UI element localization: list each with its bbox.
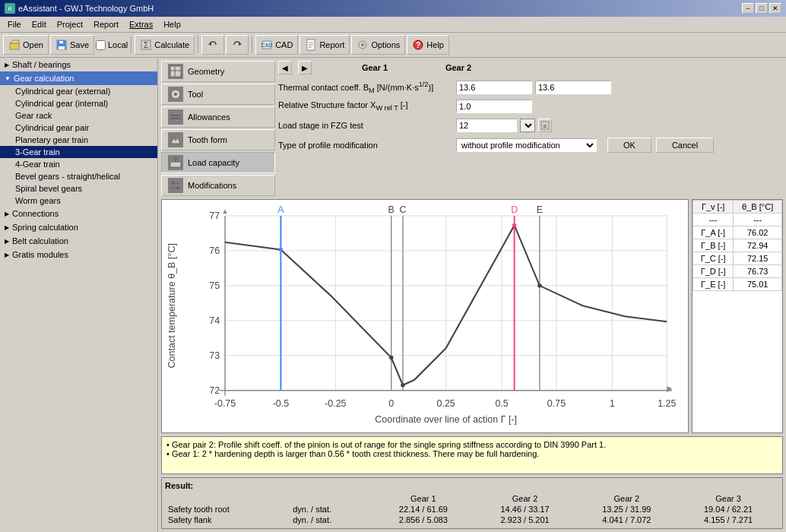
load-stage-dropdown[interactable] [520, 119, 535, 132]
open-icon [8, 39, 21, 51]
thermal-row: Thermal contact coeff. BM [N/(mm·K·s1/2)… [278, 81, 783, 94]
content-area: Geometry Tool Allowances [158, 58, 786, 532]
results-row0-g3: 19.04 / 62.21 [677, 504, 779, 515]
chart-container: 72 73 74 75 76 77 -0.75 -0.5 -0.25 0 [161, 199, 689, 433]
load-capacity-icon [168, 155, 183, 170]
undo-button[interactable] [201, 35, 224, 55]
sidebar-item-3-gear-train[interactable]: 3-Gear train [0, 146, 157, 158]
allowances-button[interactable]: Allowances [161, 106, 275, 128]
prev-button[interactable]: ◀ [278, 61, 292, 74]
menu-file[interactable]: File [3, 18, 26, 30]
next-button[interactable]: ▶ [298, 61, 312, 74]
svg-point-85 [537, 283, 542, 288]
sidebar-item-shaft-bearings[interactable]: ▶ Shaft / bearings [0, 58, 157, 71]
maximize-button[interactable]: □ [756, 3, 768, 14]
results-row1-g3: 4.155 / 7.271 [677, 515, 779, 525]
report-icon [305, 39, 317, 51]
tool-button[interactable]: Tool [161, 84, 275, 105]
sidebar-item-cylindrical-pair[interactable]: Cylindrical gear pair [0, 122, 157, 134]
arrow-icon: ▶ [5, 62, 9, 68]
report-button[interactable]: Report [300, 35, 350, 55]
profile-mod-row: Type of profile modification without pro… [278, 138, 783, 153]
results-row0-label: Safety tooth root [165, 504, 290, 515]
sidebar-item-cylindrical-internal[interactable]: Cylindrical gear (internal) [0, 97, 157, 109]
svg-text:76: 76 [209, 245, 220, 256]
legend-row-1: Γ_A [-] 76.02 [693, 226, 782, 239]
calculate-button[interactable]: Σ Calculate [135, 35, 195, 55]
cancel-button[interactable]: Cancel [656, 138, 714, 153]
minimize-button[interactable]: − [742, 3, 754, 14]
svg-text:1.25: 1.25 [658, 398, 676, 409]
sidebar-item-spiral-bevel[interactable]: Spiral bevel gears [0, 182, 157, 195]
sidebar-item-gear-rack[interactable]: Gear rack [0, 109, 157, 122]
sidebar-item-cylindrical-external[interactable]: Cylindrical gear (external) [0, 85, 157, 97]
legend-col1-header: Γ_v [-] [693, 201, 734, 214]
svg-point-32 [172, 182, 175, 185]
menu-edit[interactable]: Edit [27, 18, 51, 30]
thermal-g1-input[interactable] [456, 81, 532, 94]
menu-bar: File Edit Project Report Extras Help [0, 17, 786, 33]
load-capacity-button[interactable]: Load capacity [161, 152, 275, 173]
menu-help[interactable]: Help [159, 18, 185, 30]
modifications-button[interactable]: Modifications [161, 175, 275, 196]
arrow-icon: ▼ [5, 75, 11, 82]
menu-project[interactable]: Project [52, 18, 87, 30]
load-stage-input[interactable] [456, 119, 517, 132]
sidebar-item-bevel-gears[interactable]: Bevel gears - straight/helical [0, 170, 157, 182]
load-stage-label: Load stage in FZG test [278, 121, 453, 130]
profile-mod-label: Type of profile modification [278, 141, 453, 150]
load-stage-extra-btn[interactable]: ≡ [538, 119, 552, 132]
cad-button[interactable]: CAD CAD [255, 35, 298, 55]
svg-point-33 [176, 186, 179, 189]
open-button[interactable]: Open [3, 35, 49, 55]
close-button[interactable]: ✕ [769, 3, 781, 14]
results-row0-sub: dyn. / stat. [290, 504, 372, 515]
redo-button[interactable] [226, 35, 249, 55]
local-checkbox[interactable] [96, 40, 106, 50]
legend-label-4: Γ_D [-] [693, 265, 734, 278]
help-button[interactable]: ? Help [407, 35, 449, 55]
legend-row-2: Γ_B [-] 72.94 [693, 239, 782, 252]
legend-row-0: --- --- [693, 214, 782, 226]
relative-g1-input[interactable] [456, 100, 532, 113]
chart-svg: 72 73 74 75 76 77 -0.75 -0.5 -0.25 0 [162, 200, 688, 432]
results-row1-label: Safety flank [165, 515, 290, 525]
save-button[interactable]: Save [50, 35, 94, 55]
sidebar-item-planetary[interactable]: Planetary gear train [0, 134, 157, 146]
right-form: ◀ ▶ Gear 1 Gear 2 Thermal contact coeff.… [278, 61, 783, 196]
legend-label-2: Γ_B [-] [693, 239, 734, 252]
gear1-header: Gear 1 [333, 63, 417, 72]
thermal-g2-input[interactable] [535, 81, 611, 94]
svg-point-81 [279, 248, 284, 252]
geometry-button[interactable]: Geometry [161, 61, 275, 82]
sidebar-item-gear-calculation[interactable]: ▼ Gear calculation [0, 71, 157, 85]
options-button[interactable]: Options [351, 35, 405, 55]
svg-rect-3 [59, 46, 65, 49]
svg-rect-25 [170, 118, 181, 119]
arrow-icon: ▶ [5, 238, 9, 245]
menu-extras[interactable]: Extras [125, 18, 157, 30]
legend-value-3: 72.15 [734, 252, 782, 265]
menu-report[interactable]: Report [89, 18, 123, 30]
legend-row-5: Γ_E [-] 75.01 [693, 278, 782, 291]
tooth-form-icon [168, 132, 183, 147]
geometry-icon [168, 64, 183, 79]
sidebar-item-worm-gears[interactable]: Worm gears [0, 195, 157, 207]
app-icon: e [5, 3, 15, 14]
svg-rect-24 [170, 115, 181, 116]
results-row1-g2a: 2.923 / 5.201 [474, 515, 576, 525]
profile-mod-select[interactable]: without profile modification with profil… [456, 138, 597, 152]
ok-button[interactable]: OK [607, 138, 651, 153]
sidebar-item-spring-calculation[interactable]: ▶ Spring calculation [0, 220, 157, 234]
sidebar-item-4-gear-train[interactable]: 4-Gear train [0, 158, 157, 170]
legend-label-5: Γ_E [-] [693, 278, 734, 291]
sidebar-item-gratis-modules[interactable]: ▶ Gratis modules [0, 248, 157, 261]
sidebar-item-belt-calculation[interactable]: ▶ Belt calculation [0, 234, 157, 248]
cad-icon: CAD [261, 39, 273, 51]
local-checkbox-label[interactable]: Local [96, 40, 128, 50]
sidebar-item-connections[interactable]: ▶ Connections [0, 207, 157, 220]
legend-value-5: 75.01 [734, 278, 782, 291]
tooth-form-button[interactable]: Tooth form [161, 129, 275, 150]
load-stage-row: Load stage in FZG test ≡ [278, 119, 783, 132]
legend-value-0: --- [734, 214, 782, 226]
